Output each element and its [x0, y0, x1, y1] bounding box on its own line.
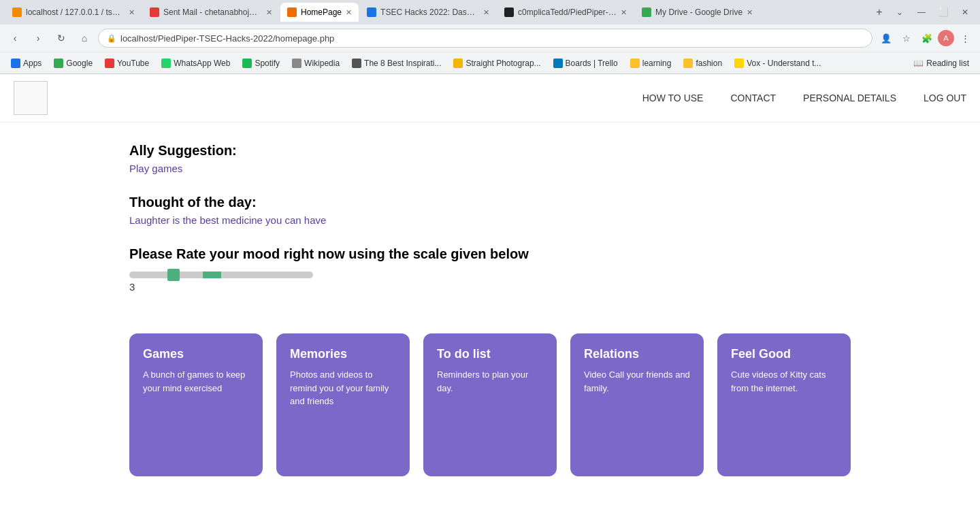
tab-bar: localhost / 127.0.0.1 / tsech... ✕ Sent … — [0, 0, 980, 24]
reading-list-icon: 📖 — [913, 59, 924, 68]
how-to-use-link[interactable]: HOW TO USE — [642, 93, 704, 103]
browser-chrome: localhost / 127.0.0.1 / tsech... ✕ Sent … — [0, 0, 980, 74]
address-bar-actions: 👤 ☆ 🧩 A ⋮ — [877, 29, 975, 48]
bookmark-b4[interactable]: WhatsApp Web — [156, 55, 235, 71]
tab-t6[interactable]: My Drive - Google Drive ✕ — [635, 3, 760, 22]
url-text: localhost/PiedPiper-TSEC-Hacks-2022/home… — [120, 33, 334, 44]
reload-button[interactable]: ↻ — [52, 29, 71, 48]
suggestion-title: Ally Suggestion: — [129, 143, 851, 159]
bookmark-b5[interactable]: Spotify — [237, 55, 285, 71]
bookmark-label-b4: WhatsApp Web — [174, 59, 230, 68]
bookmark-b2[interactable]: Google — [48, 55, 98, 71]
tab-close-t2[interactable]: ✕ — [266, 8, 272, 17]
card-c3[interactable]: To do list Reminders to plan your day. — [423, 333, 557, 476]
tab-favicon-t4 — [367, 7, 376, 17]
bookmark-label-b10: learning — [642, 59, 672, 68]
maximize-button[interactable]: ⬜ — [934, 3, 953, 22]
bookmark-favicon-b2 — [54, 59, 63, 68]
site-logo — [14, 81, 48, 115]
personal-details-link[interactable]: PERSONAL DETAILS — [803, 93, 896, 103]
tab-list-button[interactable]: ⌄ — [890, 3, 909, 22]
tab-close-t6[interactable]: ✕ — [747, 8, 753, 17]
new-tab-button[interactable]: + — [870, 3, 889, 22]
tab-t3[interactable]: HomePage ✕ — [280, 3, 359, 22]
extensions-icon[interactable]: 🧩 — [917, 29, 936, 48]
suggestion-section: Ally Suggestion: Play games — [129, 143, 851, 174]
bookmark-label-b6: Wikipedia — [304, 59, 340, 68]
log-out-link[interactable]: LOG OUT — [924, 93, 966, 103]
bookmark-b10[interactable]: learning — [625, 55, 677, 71]
bookmark-b3[interactable]: YouTube — [99, 55, 154, 71]
home-button[interactable]: ⌂ — [75, 29, 94, 48]
card-desc-c2: Photos and videos to remind you of your … — [290, 368, 396, 408]
tab-label-t1: localhost / 127.0.0.1 / tsech... — [26, 7, 125, 17]
card-title-c5: Feel Good — [731, 347, 837, 361]
thought-title: Thought of the day: — [129, 195, 851, 210]
url-bar[interactable]: 🔒 localhost/PiedPiper-TSEC-Hacks-2022/ho… — [98, 29, 872, 48]
bookmark-label-b1: Apps — [23, 59, 42, 68]
tab-close-t5[interactable]: ✕ — [621, 8, 627, 17]
tab-t1[interactable]: localhost / 127.0.0.1 / tsech... ✕ — [5, 3, 142, 22]
star-icon[interactable]: ☆ — [897, 29, 916, 48]
thought-text: Laughter is the best medicine you can ha… — [129, 214, 851, 226]
bookmark-favicon-b11 — [683, 59, 693, 68]
bookmark-favicon-b5 — [242, 59, 252, 68]
site-navbar: HOW TO USE CONTACT PERSONAL DETAILS LOG … — [0, 74, 980, 122]
bookmark-favicon-b8 — [453, 59, 463, 68]
bookmark-favicon-b7 — [352, 59, 361, 68]
main-content: Ally Suggestion: Play games Thought of t… — [0, 122, 980, 333]
mood-title: Please Rate your mood right now using th… — [129, 246, 851, 262]
tab-label-t4: TSEC Hacks 2022: Dashbo... — [380, 7, 479, 17]
bookmark-b6[interactable]: Wikipedia — [287, 55, 345, 71]
card-c1[interactable]: Games A bunch of games to keep your mind… — [129, 333, 263, 476]
bookmark-label-b12: Vox - Understand t... — [747, 59, 821, 68]
tab-close-t4[interactable]: ✕ — [483, 8, 489, 17]
back-button[interactable]: ‹ — [5, 29, 24, 48]
bookmark-b12[interactable]: Vox - Understand t... — [729, 55, 826, 71]
bookmark-b7[interactable]: The 8 Best Inspirati... — [346, 55, 446, 71]
card-title-c3: To do list — [437, 347, 543, 361]
bookmark-b9[interactable]: Boards | Trello — [548, 55, 623, 71]
tab-close-t3[interactable]: ✕ — [346, 8, 352, 17]
tab-label-t3: HomePage — [301, 7, 342, 17]
tab-t2[interactable]: Sent Mail - chetanabhojwa... ✕ — [143, 3, 279, 22]
bookmark-b8[interactable]: Straight Photograp... — [448, 55, 546, 71]
card-desc-c5: Cute videos of Kitty cats from the inter… — [731, 368, 837, 395]
card-title-c2: Memories — [290, 347, 396, 361]
card-c4[interactable]: Relations Video Call your friends and fa… — [570, 333, 704, 476]
card-c5[interactable]: Feel Good Cute videos of Kitty cats from… — [717, 333, 851, 476]
tab-t4[interactable]: TSEC Hacks 2022: Dashbo... ✕ — [360, 3, 496, 22]
menu-button[interactable]: ⋮ — [956, 29, 975, 48]
bookmark-label-b2: Google — [66, 59, 93, 68]
tab-label-t6: My Drive - Google Drive — [655, 7, 742, 17]
bookmark-favicon-b1 — [11, 59, 20, 68]
contact-link[interactable]: CONTACT — [730, 93, 776, 103]
tab-close-t1[interactable]: ✕ — [129, 8, 135, 17]
forward-button[interactable]: › — [29, 29, 48, 48]
card-desc-c4: Video Call your friends and family. — [584, 368, 690, 395]
bookmark-favicon-b6 — [292, 59, 301, 68]
tab-favicon-t5 — [504, 7, 514, 17]
page-content: HOW TO USE CONTACT PERSONAL DETAILS LOG … — [0, 74, 980, 523]
card-desc-c1: A bunch of games to keep your mind exerc… — [143, 368, 249, 395]
tab-t5[interactable]: c0mplicaTedd/PiedPiper-TS... ✕ — [497, 3, 634, 22]
tab-controls: ⌄ — ⬜ ✕ — [890, 3, 975, 22]
minimize-button[interactable]: — — [912, 3, 931, 22]
suggestion-text: Play games — [129, 163, 851, 174]
mood-slider[interactable] — [129, 272, 313, 278]
profile-icon[interactable]: 👤 — [877, 29, 896, 48]
bookmark-b11[interactable]: fashion — [678, 55, 728, 71]
card-c2[interactable]: Memories Photos and videos to remind you… — [276, 333, 410, 476]
bookmark-b1[interactable]: Apps — [5, 55, 47, 71]
reading-list[interactable]: 📖 Reading list — [908, 59, 975, 68]
tab-favicon-t2 — [150, 7, 159, 17]
close-window-button[interactable]: ✕ — [956, 3, 975, 22]
account-circle[interactable]: A — [938, 30, 954, 46]
address-bar: ‹ › ↻ ⌂ 🔒 localhost/PiedPiper-TSEC-Hacks… — [0, 24, 980, 52]
tab-favicon-t3 — [287, 7, 297, 17]
thought-section: Thought of the day: Laughter is the best… — [129, 195, 851, 226]
mood-value: 3 — [129, 281, 313, 293]
bookmark-label-b5: Spotify — [255, 59, 280, 68]
card-desc-c3: Reminders to plan your day. — [437, 368, 543, 395]
card-title-c4: Relations — [584, 347, 690, 361]
